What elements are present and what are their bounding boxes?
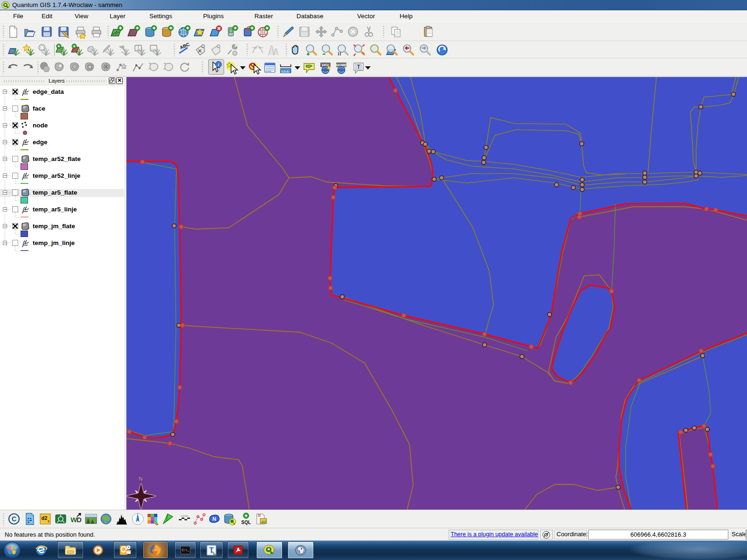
svg-text:SQL: SQL [241,520,251,525]
svg-text:1:10 000: 1:10 000 [181,515,188,517]
svg-text:C: C [12,515,16,523]
svg-text:N: N [212,516,216,522]
svg-text:N: N [139,476,143,482]
svg-text:s: s [48,519,49,523]
svg-text:d2: d2 [42,515,48,521]
svg-text:T: T [357,64,360,70]
svg-text:C:\_: C:\_ [182,549,190,552]
